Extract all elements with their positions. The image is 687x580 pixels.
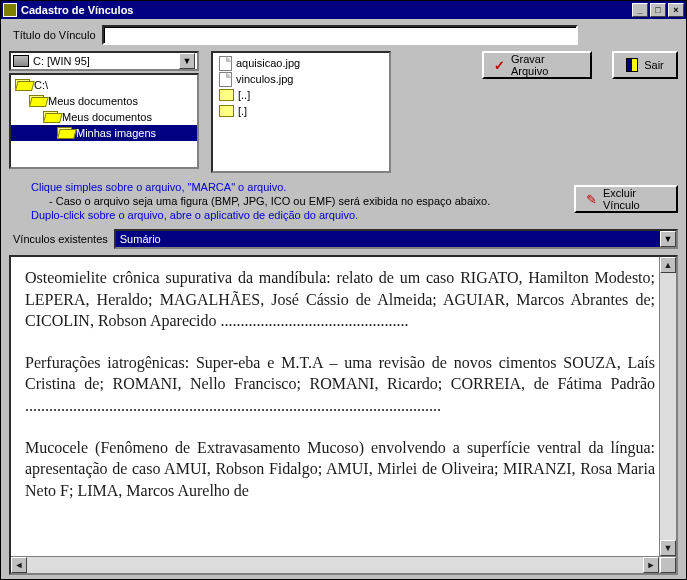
tree-item[interactable]: Minhas imagens: [11, 125, 197, 141]
file-list[interactable]: aquisicao.jpgvinculos.jpg[..][.]: [211, 51, 391, 173]
tree-item-label: Meus documentos: [62, 111, 152, 123]
close-button[interactable]: ×: [668, 3, 684, 17]
folder-icon: [219, 89, 234, 101]
titulo-input[interactable]: [102, 25, 578, 45]
sair-button[interactable]: Sair: [612, 51, 678, 79]
tree-item[interactable]: Meus documentos: [11, 93, 197, 109]
client-area: Título do Vínculo C: [WIN 95] ▼ C:\Meus …: [1, 19, 686, 579]
minimize-button[interactable]: _: [632, 3, 648, 17]
vinculos-row: Vínculos existentes Sumário ▼: [13, 229, 678, 249]
drive-combo[interactable]: C: [WIN 95] ▼: [9, 51, 199, 71]
gravar-label: Gravar Arquivo: [511, 53, 580, 77]
folder-icon: [15, 79, 30, 91]
tree-item-label: Minhas imagens: [76, 127, 156, 139]
hint-3: Duplo-click sobre o arquivo, abre o apli…: [31, 209, 490, 221]
scroll-corner: [660, 557, 676, 573]
scroll-left-icon[interactable]: ◄: [11, 557, 27, 573]
file-item[interactable]: [.]: [213, 103, 389, 119]
file-item-label: [..]: [238, 89, 250, 101]
document-viewer: Osteomielite crônica supurativa da mandí…: [9, 255, 678, 575]
sair-label: Sair: [644, 59, 664, 71]
folder-icon: [219, 105, 234, 117]
file-item-label: vinculos.jpg: [236, 73, 293, 85]
drive-tree-col: C: [WIN 95] ▼ C:\Meus documentosMeus doc…: [9, 51, 199, 169]
file-item[interactable]: aquisicao.jpg: [213, 55, 389, 71]
file-icon: [219, 56, 232, 71]
vinculos-combo[interactable]: Sumário ▼: [114, 229, 678, 249]
doc-paragraph: Mucocele (Fenômeno de Extravasamento Muc…: [25, 437, 655, 502]
hint-1: Clique simples sobre o arquivo, "MARCA" …: [31, 181, 490, 193]
gravar-button[interactable]: ✓ Gravar Arquivo: [482, 51, 592, 79]
mid-area: C: [WIN 95] ▼ C:\Meus documentosMeus doc…: [9, 51, 678, 173]
chevron-down-icon[interactable]: ▼: [660, 231, 676, 247]
file-item[interactable]: vinculos.jpg: [213, 71, 389, 87]
pen-icon: ✎: [586, 192, 597, 207]
horizontal-scrollbar[interactable]: ◄ ►: [11, 556, 676, 573]
vinculos-selected: Sumário: [120, 233, 161, 245]
hints: Clique simples sobre o arquivo, "MARCA" …: [31, 179, 490, 223]
titulo-row: Título do Vínculo: [13, 25, 578, 45]
app-icon: [3, 3, 17, 17]
window-title: Cadastro de Vínculos: [21, 4, 630, 16]
tree-item-label: Meus documentos: [48, 95, 138, 107]
excluir-label: Excluir Vínculo: [603, 187, 666, 211]
document-content[interactable]: Osteomielite crônica supurativa da mandí…: [11, 257, 659, 556]
folder-icon: [43, 111, 58, 123]
exit-icon: [626, 58, 638, 72]
scroll-down-icon[interactable]: ▼: [660, 540, 676, 556]
titulo-label: Título do Vínculo: [13, 29, 96, 41]
button-column: ✓ Gravar Arquivo Sair: [482, 51, 678, 79]
excluir-button[interactable]: ✎ Excluir Vínculo: [574, 185, 678, 213]
folder-icon: [29, 95, 44, 107]
tree-item[interactable]: C:\: [11, 77, 197, 93]
tree-item-label: C:\: [34, 79, 48, 91]
titlebar: Cadastro de Vínculos _ □ ×: [1, 1, 686, 19]
window-controls: _ □ ×: [630, 3, 684, 17]
vertical-scrollbar[interactable]: ▲ ▼: [659, 257, 676, 556]
file-item-label: aquisicao.jpg: [236, 57, 300, 69]
folder-icon: [57, 127, 72, 139]
file-item[interactable]: [..]: [213, 87, 389, 103]
scroll-right-icon[interactable]: ►: [643, 557, 659, 573]
check-icon: ✓: [494, 58, 505, 73]
file-item-label: [.]: [238, 105, 247, 117]
harddrive-icon: [13, 55, 29, 67]
doc-paragraph: Osteomielite crônica supurativa da mandí…: [25, 267, 655, 332]
folder-tree[interactable]: C:\Meus documentosMeus documentosMinhas …: [9, 73, 199, 169]
hint-2: - Caso o arquivo seja uma figura (BMP, J…: [49, 195, 490, 207]
vinculos-label: Vínculos existentes: [13, 233, 108, 245]
scroll-up-icon[interactable]: ▲: [660, 257, 676, 273]
chevron-down-icon[interactable]: ▼: [179, 53, 195, 69]
maximize-button[interactable]: □: [650, 3, 666, 17]
window-root: Cadastro de Vínculos _ □ × Título do Vín…: [0, 0, 687, 580]
drive-selected: C: [WIN 95]: [33, 55, 90, 67]
file-icon: [219, 72, 232, 87]
tree-item[interactable]: Meus documentos: [11, 109, 197, 125]
doc-paragraph: Perfurações iatrogênicas: Super-eba e M.…: [25, 352, 655, 417]
hints-and-exclude: Clique simples sobre o arquivo, "MARCA" …: [9, 173, 678, 225]
